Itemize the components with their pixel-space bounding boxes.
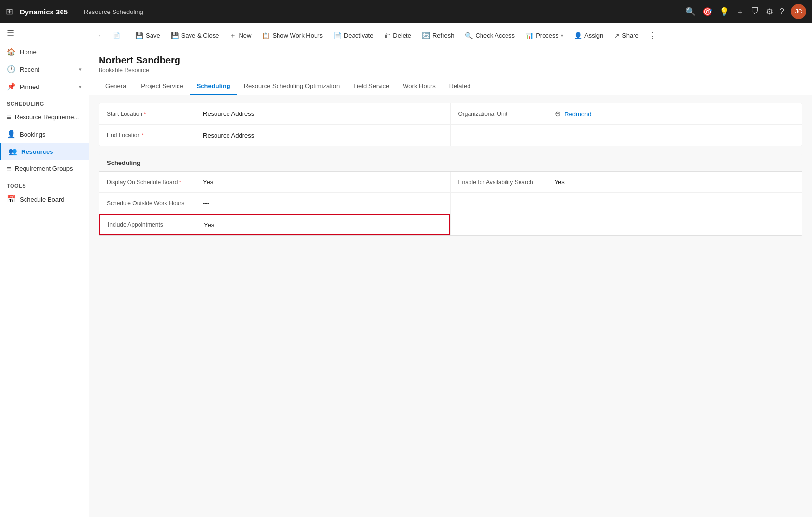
more-options-button[interactable]: ⋮	[645, 27, 661, 44]
user-avatar[interactable]: JC	[791, 4, 806, 19]
schedule-board-icon: 📅	[7, 195, 16, 203]
chevron-down-icon: ▾	[79, 66, 82, 73]
check-access-button[interactable]: 🔍 Check Access	[460, 29, 520, 42]
check-access-icon: 🔍	[465, 32, 473, 39]
record-name: Norbert Sandberg	[99, 55, 802, 66]
save-close-label: Save & Close	[181, 32, 219, 39]
share-icon: ↗	[614, 32, 620, 39]
add-icon[interactable]: ＋	[736, 6, 744, 17]
sidebar-item-home[interactable]: 🏠 Home	[0, 43, 89, 61]
bookings-icon: 👤	[7, 130, 16, 139]
required-indicator: *	[142, 132, 144, 138]
save-button[interactable]: 💾 Save	[130, 29, 165, 42]
tab-general[interactable]: General	[99, 77, 134, 95]
sidebar-item-resources[interactable]: 👥 Resources	[0, 143, 89, 160]
sidebar-item-schedule-board[interactable]: 📅 Schedule Board	[0, 190, 89, 208]
org-unit-row: Organizational Unit ⊕ Redmond	[451, 103, 802, 125]
page-icon: 📄	[113, 32, 120, 39]
new-button[interactable]: ＋ New	[225, 28, 256, 43]
sidebar: ☰ 🏠 Home 🕐 Recent ▾ 📌 Pinned ▾ Schedulin…	[0, 23, 89, 517]
goal-icon[interactable]: 🎯	[702, 7, 712, 17]
end-location-value: Resource Address	[203, 132, 254, 139]
main-content: Start Location * Resource Address End Lo…	[89, 95, 812, 517]
sidebar-item-label: Requirement Groups	[15, 165, 73, 172]
sidebar-toggle[interactable]: ☰	[0, 23, 89, 43]
display-schedule-board-value: Yes	[203, 178, 213, 186]
deactivate-icon: 📄	[333, 32, 342, 39]
tab-work-hours[interactable]: Work Hours	[396, 77, 442, 95]
show-work-hours-label: Show Work Hours	[272, 32, 323, 39]
org-unit-label: Organizational Unit	[458, 111, 555, 117]
lightbulb-icon[interactable]: 💡	[719, 7, 729, 17]
delete-icon: 🗑	[384, 32, 391, 39]
sidebar-item-requirement-groups[interactable]: ≡ Requirement Groups	[0, 160, 89, 177]
group-icon: ≡	[7, 164, 11, 173]
process-icon: 📊	[525, 32, 533, 39]
tab-resource-scheduling-opt[interactable]: Resource Scheduling Optimization	[237, 77, 346, 95]
tab-related[interactable]: Related	[443, 77, 478, 95]
record-subtitle: Bookable Resource	[99, 67, 802, 74]
settings-icon[interactable]: ⚙	[766, 7, 773, 17]
required-indicator: *	[144, 111, 146, 117]
page-header: Norbert Sandberg Bookable Resource	[89, 48, 812, 74]
page-icon-button[interactable]: 📄	[109, 29, 124, 42]
module-title: Resource Scheduling	[84, 8, 143, 15]
back-button[interactable]: ←	[94, 29, 108, 42]
process-button[interactable]: 📊 Process ▾	[520, 29, 568, 42]
delete-button[interactable]: 🗑 Delete	[379, 29, 416, 42]
app-title: Dynamics 365	[20, 8, 68, 16]
list-icon: ≡	[7, 113, 11, 121]
assign-icon: 👤	[574, 32, 582, 39]
sidebar-item-label: Bookings	[20, 131, 45, 138]
include-appointments-row: Include Appointments Yes	[99, 214, 450, 235]
deactivate-button[interactable]: 📄 Deactivate	[329, 29, 378, 42]
scheduling-card: Scheduling Display On Schedule Board * Y…	[99, 154, 802, 236]
tabs-bar: General Project Service Scheduling Resou…	[89, 77, 812, 95]
tab-project-service[interactable]: Project Service	[134, 77, 190, 95]
enable-availability-label: Enable for Availability Search	[458, 179, 555, 186]
content-area: ← 📄 💾 Save 💾 Save & Close ＋ New 📋 Show W…	[89, 23, 812, 517]
refresh-icon: 🔄	[422, 32, 430, 39]
new-icon: ＋	[229, 31, 236, 40]
sidebar-item-pinned[interactable]: 📌 Pinned ▾	[0, 78, 89, 95]
filter-icon[interactable]: ⛉	[751, 7, 759, 16]
scheduling-section-header: Scheduling	[99, 154, 802, 172]
sidebar-item-label: Home	[20, 49, 37, 56]
end-location-label: End Location *	[107, 132, 203, 139]
help-icon[interactable]: ?	[780, 7, 784, 16]
back-icon: ←	[98, 32, 104, 39]
schedule-outside-work-hours-row: Schedule Outside Work Hours ---	[99, 193, 450, 214]
command-bar: ← 📄 💾 Save 💾 Save & Close ＋ New 📋 Show W…	[89, 23, 812, 48]
empty-sched-row2	[451, 214, 802, 235]
include-appointments-value: Yes	[204, 221, 214, 228]
refresh-button[interactable]: 🔄 Refresh	[417, 29, 459, 42]
empty-location-row	[451, 125, 802, 146]
show-work-hours-button[interactable]: 📋 Show Work Hours	[257, 29, 328, 42]
delete-label: Delete	[393, 32, 411, 39]
pin-icon: 📌	[7, 82, 16, 91]
include-appointments-label: Include Appointments	[108, 221, 204, 228]
tab-field-service[interactable]: Field Service	[346, 77, 396, 95]
sidebar-item-recent[interactable]: 🕐 Recent ▾	[0, 61, 89, 78]
empty-sched-row	[451, 193, 802, 214]
tab-scheduling[interactable]: Scheduling	[190, 77, 237, 95]
share-button[interactable]: ↗ Share	[609, 29, 644, 42]
nav-divider	[76, 7, 76, 16]
assign-button[interactable]: 👤 Assign	[569, 29, 608, 42]
app-grid-icon[interactable]: ⊞	[6, 6, 13, 17]
recent-icon: 🕐	[7, 65, 16, 74]
save-close-button[interactable]: 💾 Save & Close	[166, 29, 224, 42]
sidebar-item-bookings[interactable]: 👤 Bookings	[0, 126, 89, 143]
resources-icon: 👥	[8, 147, 17, 156]
sidebar-item-requirements[interactable]: ≡ Resource Requireme...	[0, 109, 89, 126]
end-location-row: End Location * Resource Address	[99, 125, 450, 146]
display-schedule-board-label: Display On Schedule Board *	[107, 179, 203, 186]
org-unit-value[interactable]: ⊕ Redmond	[555, 109, 592, 118]
sidebar-item-label: Resource Requireme...	[15, 113, 79, 121]
new-label: New	[239, 32, 251, 39]
search-icon[interactable]: 🔍	[685, 7, 696, 17]
top-nav-right: 🔍 🎯 💡 ＋ ⛉ ⚙ ? JC	[685, 4, 806, 19]
home-icon: 🏠	[7, 48, 16, 56]
main-layout: ☰ 🏠 Home 🕐 Recent ▾ 📌 Pinned ▾ Schedulin…	[0, 23, 812, 517]
process-label: Process	[536, 32, 558, 39]
